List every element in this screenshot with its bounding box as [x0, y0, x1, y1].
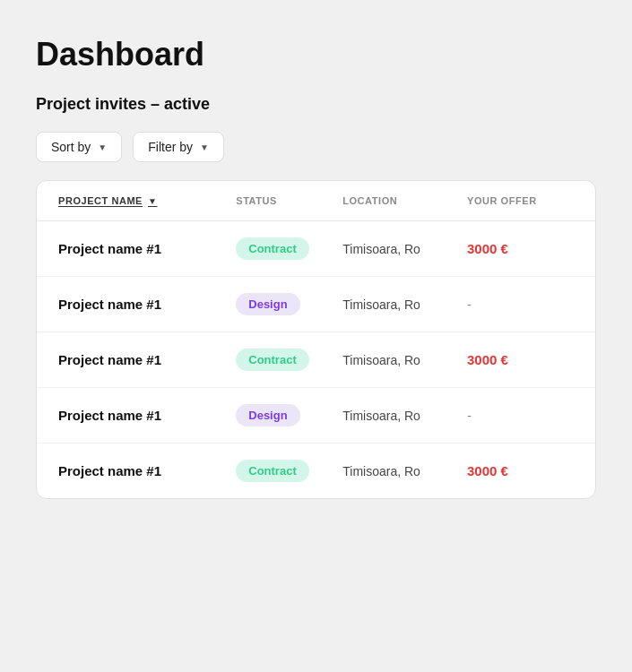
sort-by-label: Sort by: [51, 140, 91, 154]
page-title: Dashboard: [36, 36, 596, 73]
status-cell: Design: [236, 293, 342, 315]
project-name-cell: Project name #1: [58, 352, 236, 367]
table-row[interactable]: Project name #1 Design Timisoara, Ro -: [37, 388, 595, 444]
filter-by-button[interactable]: Filter by ▼: [133, 132, 224, 162]
offer-cell: -: [467, 297, 574, 312]
status-badge: Contract: [236, 349, 308, 371]
page-container: Dashboard Project invites – active Sort …: [0, 0, 632, 535]
col-header-status: STATUS: [236, 195, 342, 206]
filter-by-label: Filter by: [148, 140, 193, 154]
table-header: PROJECT NAME ▼ STATUS LOCATION YOUR OFFE…: [37, 181, 595, 221]
col-header-project-name[interactable]: PROJECT NAME ▼: [58, 195, 236, 206]
sort-chevron-icon: ▼: [98, 142, 107, 152]
status-cell: Contract: [236, 460, 342, 482]
sort-by-button[interactable]: Sort by ▼: [36, 132, 122, 162]
status-cell: Contract: [236, 349, 342, 371]
status-cell: Contract: [236, 237, 342, 260]
table-row[interactable]: Project name #1 Contract Timisoara, Ro 3…: [37, 444, 595, 498]
status-badge: Contract: [236, 237, 308, 260]
location-cell: Timisoara, Ro: [342, 297, 467, 312]
col-header-location: LOCATION: [342, 195, 467, 206]
project-name-cell: Project name #1: [58, 463, 236, 478]
offer-cell: 3000 €: [467, 352, 574, 367]
table-row[interactable]: Project name #1 Design Timisoara, Ro -: [37, 277, 595, 332]
col-label-project-name: PROJECT NAME: [58, 195, 143, 206]
location-cell: Timisoara, Ro: [342, 353, 467, 367]
offer-cell: -: [467, 408, 574, 423]
table-body: Project name #1 Contract Timisoara, Ro 3…: [37, 221, 595, 498]
status-badge: Contract: [236, 460, 308, 482]
project-name-cell: Project name #1: [58, 297, 236, 312]
col-header-your-offer: YOUR OFFER: [467, 195, 574, 206]
offer-cell: 3000 €: [467, 463, 574, 478]
status-badge: Design: [236, 293, 299, 315]
section-title: Project invites – active: [36, 95, 596, 114]
location-cell: Timisoara, Ro: [342, 464, 467, 478]
project-name-cell: Project name #1: [58, 241, 236, 256]
offer-cell: 3000 €: [467, 241, 574, 256]
location-cell: Timisoara, Ro: [342, 242, 467, 256]
location-cell: Timisoara, Ro: [342, 409, 467, 423]
projects-table: PROJECT NAME ▼ STATUS LOCATION YOUR OFFE…: [36, 180, 596, 499]
status-badge: Design: [236, 404, 299, 426]
controls-bar: Sort by ▼ Filter by ▼: [36, 132, 596, 162]
sort-down-icon: ▼: [148, 196, 157, 206]
table-row[interactable]: Project name #1 Contract Timisoara, Ro 3…: [37, 332, 595, 388]
filter-chevron-icon: ▼: [200, 142, 209, 152]
table-row[interactable]: Project name #1 Contract Timisoara, Ro 3…: [37, 221, 595, 277]
status-cell: Design: [236, 404, 342, 426]
project-name-cell: Project name #1: [58, 408, 236, 423]
